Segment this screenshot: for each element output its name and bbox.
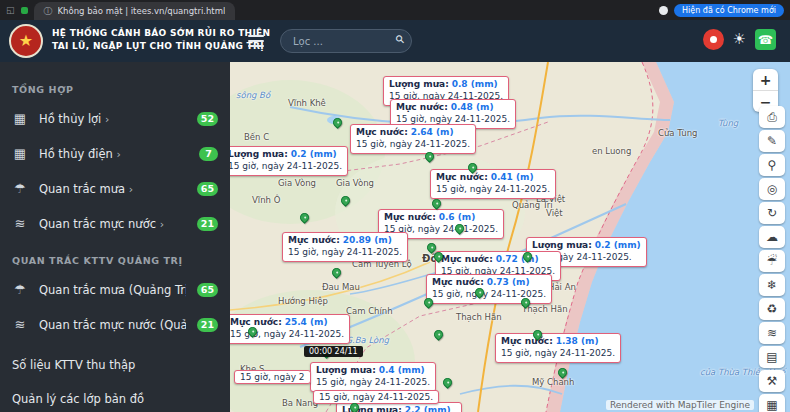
measurement-popup[interactable]: Mực nước: 0.41 (m) 15 giờ, ngày 24-11-20… [430, 169, 556, 199]
measure-value: 1.38 (m) [556, 336, 599, 346]
sidebar-item-label: Quan trắc mực nước › [39, 217, 186, 231]
hydropower-icon: ▦ [12, 146, 28, 161]
map-attribution: Rendered with MapTiler Engine [606, 400, 754, 410]
app-title-line2: TAI LŨ, NGẬP LỤT CHO TỈNH QUẢNG TRỊ [52, 40, 270, 53]
alert-icon[interactable] [703, 29, 724, 50]
measure-label: Mực nước: [356, 127, 408, 137]
sidebar-link-quan-ly-lop-ban-do[interactable]: Quản lý các lớp bản đồ [0, 382, 230, 412]
measurement-popup-partial[interactable]: 15 giờ, ngày 24-11-2025. [313, 390, 439, 404]
locate-tool-button[interactable]: ◎ [759, 178, 785, 200]
sidebar: TỔNG HỢP ▦ Hồ thủy lợi › 52 ▦ Hồ thủy đi… [0, 62, 230, 412]
browser-profile-avatar[interactable] [659, 6, 668, 15]
map-label: Thạch Hãn [456, 312, 502, 322]
sidebar-item-quan-trac-muc-nuoc[interactable]: ≋ Quan trắc mực nước › 21 [0, 206, 230, 241]
water-level-icon: ≋ [12, 317, 28, 332]
recycle-layer-button[interactable]: ♻ [759, 298, 785, 320]
contact-icon[interactable]: ☎ [755, 29, 776, 50]
measurement-popup-partial[interactable]: 15 giờ, ngày 2 [234, 370, 311, 384]
draw-tool-button[interactable]: ✎ [759, 130, 785, 152]
menu-toggle-button[interactable] [248, 35, 264, 50]
cloud-layer-button[interactable]: ☁ [759, 226, 785, 248]
water-level-layer-button[interactable]: ≋ [759, 322, 785, 344]
browser-tab[interactable]: ⓘ Không bảo mật | itees.vn/quangtri.html [34, 2, 236, 20]
map-label: Cửa Tùng [658, 128, 697, 138]
sidebar-item-ho-thuy-dien[interactable]: ▦ Hồ thủy điện › 7 [0, 136, 230, 171]
measure-value: 0.8 (mm) [452, 79, 498, 89]
theme-sun-icon[interactable]: ☀ [733, 32, 746, 47]
target-icon: ◎ [767, 182, 777, 196]
app-header: ★ HỆ THỐNG CẢNH BÁO SỚM RỦI RO THIÊN TAI… [0, 20, 790, 62]
measure-time: 15 giờ, ngày 24-11-2025. [316, 377, 430, 389]
measure-label: Mực nước: [396, 102, 448, 112]
sidebar-section-kttv: QUAN TRẮC KTTV QUẢNG TRỊ [0, 247, 230, 272]
count-badge: 21 [197, 217, 218, 231]
search-input[interactable] [280, 29, 412, 53]
map-label: Vĩnh Ô [252, 195, 280, 205]
tools-button[interactable]: ⚒ [759, 370, 785, 392]
measure-value: 0.6 (m) [439, 212, 476, 222]
measure-label: Mực nước: [288, 235, 340, 245]
info-icon[interactable]: ⓘ [44, 7, 53, 16]
map-label: en Luong [592, 146, 631, 156]
sidebar-item-quan-trac-muc-nuoc-quang-tri[interactable]: ≋ Quan trắc mực nước (Quảng Trị) › 21 [0, 307, 230, 342]
measurement-popup[interactable]: Mực nước: 2.64 (m) 15 giờ, ngày 24-11-20… [350, 124, 476, 154]
waves-icon: ≋ [767, 326, 777, 340]
measure-label: Lượng mưa: [532, 240, 592, 250]
measurement-popup[interactable]: Lượng mưa: 0.4 (mm) 15 giờ, ngày 24-11-2… [310, 362, 436, 392]
water-level-icon: ≋ [12, 216, 28, 231]
chart-button[interactable]: ▦ [759, 394, 785, 412]
measure-value: 20.89 (m) [343, 235, 392, 245]
measurement-popup[interactable]: Mực nước: 1.38 (m) 15 giờ, ngày 24-11-20… [495, 333, 621, 363]
measurement-popup[interactable]: Mực nước: 20.89 (m) 15 giờ, ngày 24-11-2… [282, 232, 408, 262]
sidebar-item-ho-thuy-loi[interactable]: ▦ Hồ thủy lợi › 52 [0, 101, 230, 136]
map-label: Hải An [548, 282, 576, 292]
measurement-popup[interactable]: Mực nước: 0.73 (m) 15 giờ, ngày 24-11-20… [426, 274, 552, 304]
star-icon: ★ [19, 33, 33, 49]
sidebar-section-tong-hop: TỔNG HỢP [0, 76, 230, 101]
count-badge: 7 [199, 147, 218, 161]
chevron-right-icon: › [160, 218, 164, 231]
zoom-in-button[interactable]: + [753, 69, 778, 90]
window-controls-icon[interactable]: ◱ [6, 5, 15, 15]
map-label-river: sông Bồ [236, 90, 270, 100]
chrome-update-button[interactable]: Hiện đã có Chrome mới [674, 4, 784, 17]
sidebar-link-so-lieu-kttv[interactable]: Số liệu KTTV thu thập [0, 348, 230, 382]
magnify-tool-button[interactable]: ⚲ [759, 154, 785, 176]
measure-value: 0.2 (mm) [291, 149, 337, 159]
refresh-tool-button[interactable]: ↻ [759, 202, 785, 224]
app-title-line1: HỆ THỐNG CẢNH BÁO SỚM RỦI RO THIÊN [52, 27, 270, 40]
tab-title: Không bảo mật | itees.vn/quangtri.html [58, 6, 226, 16]
map-label: Hướng Hiệp [278, 296, 328, 306]
layers-icon: ▤ [766, 350, 777, 364]
measure-label: Mực nước: [441, 254, 493, 264]
sidebar-item-quan-trac-mua-quang-tri[interactable]: ☂ Quan trắc mưa (Quảng Trị) › 65 [0, 272, 230, 307]
tools-icon: ⚒ [767, 374, 778, 388]
measurement-popup[interactable]: Lượng mưa: 0.2 (mm) 15 giờ, ngày 24-11-2… [230, 146, 348, 176]
chevron-right-icon: › [105, 113, 109, 126]
map-label-river: Tùng [718, 118, 738, 128]
print-tool-button[interactable]: ⎙ [759, 106, 785, 128]
measure-value: 0.4 (mm) [379, 365, 425, 375]
measure-time: 15 giờ, ngày 24-11-2025. [436, 184, 550, 196]
count-badge: 52 [197, 112, 218, 126]
measure-label: Lượng mưa: [389, 79, 449, 89]
time-slider-tooltip: 00:00 24/11 [304, 346, 363, 357]
chevron-right-icon: › [129, 183, 133, 196]
snow-layer-button[interactable]: ❄ [759, 274, 785, 296]
layers-button[interactable]: ▤ [759, 346, 785, 368]
map-label: Việt [546, 208, 563, 218]
map-label: Cam Chính [346, 306, 393, 316]
rain-icon: ☔ [767, 254, 778, 268]
map-label: Gia Vòng [278, 178, 316, 188]
measure-label: Mực nước: [230, 317, 282, 327]
app-logo: ★ [9, 24, 43, 58]
map-tool-column: ⎙ ✎ ⚲ ◎ ↻ ☁ ☔ ❄ ♻ ≋ ▤ ⚒ ▦ ⊕ [759, 106, 785, 412]
count-badge: 65 [197, 182, 218, 196]
sidebar-item-quan-trac-mua[interactable]: ☂ Quan trắc mưa › 65 [0, 171, 230, 206]
measure-label: Mực nước: [501, 336, 553, 346]
rain-layer-button[interactable]: ☔ [759, 250, 785, 272]
sidebar-item-label: Hồ thủy lợi › [39, 112, 186, 126]
map-canvas[interactable]: sông Bồ Vĩnh Khê Bến C Cửa Tùng Tùng en … [230, 62, 790, 412]
browser-chrome-bar: ◱ ⓘ Không bảo mật | itees.vn/quangtri.ht… [0, 0, 790, 20]
measure-value: 25.4 (m) [285, 317, 328, 327]
